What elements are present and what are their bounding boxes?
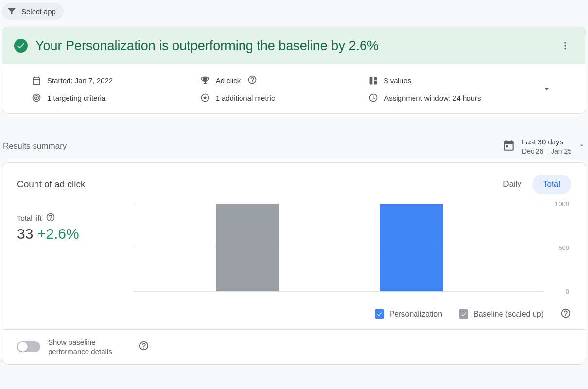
baseline-details-switch[interactable] (17, 341, 40, 352)
svg-point-0 (564, 42, 566, 44)
results-summary-title: Results summary (3, 141, 67, 151)
chart-legend: Personalization Baseline (scaled up) (2, 301, 586, 329)
bar-personalization (380, 204, 443, 291)
lift-box: Total lift 33 +2.6% (17, 204, 114, 291)
trophy-icon (200, 76, 210, 86)
y-tick-label: 1000 (555, 200, 569, 207)
tab-daily[interactable]: Daily (492, 175, 532, 194)
target-icon (32, 93, 41, 103)
more-menu-button[interactable] (556, 37, 574, 54)
select-app-chip[interactable]: Select app (2, 3, 64, 20)
meta-additional: 1 additional metric (200, 93, 369, 103)
status-card: Your Personalization is outperforming th… (2, 27, 586, 114)
meta-started: Started: Jan 7, 2022 (32, 76, 200, 86)
meta-window-text: Assignment window: 24 hours (384, 94, 481, 102)
baseline-details-help-icon[interactable] (138, 340, 149, 353)
date-range-text: Last 30 days Dec 26 – Jan 25 (522, 137, 571, 156)
gridline (134, 291, 544, 292)
legend-baseline[interactable]: Baseline (scaled up) (459, 309, 544, 319)
more-vert-icon (560, 41, 570, 51)
results-header: Results summary Last 30 days Dec 26 – Ja… (3, 137, 585, 156)
lift-value: 33 (17, 226, 33, 242)
date-range-icon (502, 139, 515, 154)
date-range-value: Dec 26 – Jan 25 (522, 147, 571, 156)
meta-values: 3 values (368, 76, 537, 86)
switch-knob (18, 342, 28, 352)
star-circle-icon (200, 93, 210, 103)
lift-label-row: Total lift (17, 212, 114, 224)
dropdown-icon (578, 142, 585, 151)
meta-goal: Ad click (200, 75, 369, 86)
meta-grid: Started: Jan 7, 2022 Ad click 3 values 1… (2, 64, 586, 113)
view-toggle: Daily Total (492, 175, 571, 194)
meta-window: Assignment window: 24 hours (368, 93, 537, 103)
legend-help-icon[interactable] (560, 308, 571, 320)
meta-started-text: Started: Jan 7, 2022 (47, 76, 113, 85)
meta-targeting-text: 1 targeting criteria (47, 94, 105, 102)
chart-header: Count of ad click Daily Total (2, 163, 586, 199)
meta-goal-text: Ad click (216, 76, 241, 85)
y-tick-label: 500 (558, 244, 569, 251)
lift-value-row: 33 +2.6% (17, 226, 114, 242)
chart-body: Total lift 33 +2.6% 05001000 (2, 199, 586, 301)
chart-card: Count of ad click Daily Total Total lift… (2, 162, 586, 365)
date-range-picker[interactable]: Last 30 days Dec 26 – Jan 25 (502, 137, 585, 156)
legend-personalization[interactable]: Personalization (375, 309, 442, 319)
lift-percent: +2.6% (37, 226, 79, 242)
baseline-details-label: Show baseline performance details (48, 337, 131, 356)
banner-title: Your Personalization is outperforming th… (35, 38, 549, 53)
chart-title: Count of ad click (17, 179, 85, 190)
meta-values-text: 3 values (384, 76, 411, 85)
date-range-label: Last 30 days (522, 137, 571, 147)
meta-targeting: 1 targeting criteria (32, 93, 200, 103)
svg-point-1 (564, 45, 566, 46)
bar-baseline (216, 204, 279, 291)
tab-total[interactable]: Total (532, 175, 571, 194)
legend-baseline-label: Baseline (scaled up) (473, 310, 544, 318)
svg-point-2 (564, 48, 566, 49)
status-banner: Your Personalization is outperforming th… (2, 27, 586, 64)
legend-personalization-label: Personalization (389, 310, 442, 318)
lift-help-icon[interactable] (46, 212, 55, 224)
clock-icon (368, 93, 378, 103)
compare-icon (368, 76, 378, 86)
checkbox-personalization[interactable] (375, 309, 384, 319)
gridline (134, 204, 544, 204)
checkbox-baseline[interactable] (459, 309, 468, 319)
plot-area: 05001000 (134, 204, 571, 291)
gridline (134, 248, 544, 248)
goal-help-icon[interactable] (247, 75, 257, 86)
select-app-label: Select app (21, 7, 56, 16)
calendar-icon (32, 76, 41, 86)
filter-icon (7, 6, 17, 17)
chevron-down-icon (541, 83, 553, 95)
lift-label: Total lift (17, 214, 42, 222)
meta-additional-text: 1 additional metric (216, 94, 275, 102)
chart-footer: Show baseline performance details (2, 329, 586, 364)
y-tick-label: 0 (566, 287, 569, 295)
expand-button[interactable] (537, 83, 556, 95)
check-circle-icon (14, 39, 28, 53)
